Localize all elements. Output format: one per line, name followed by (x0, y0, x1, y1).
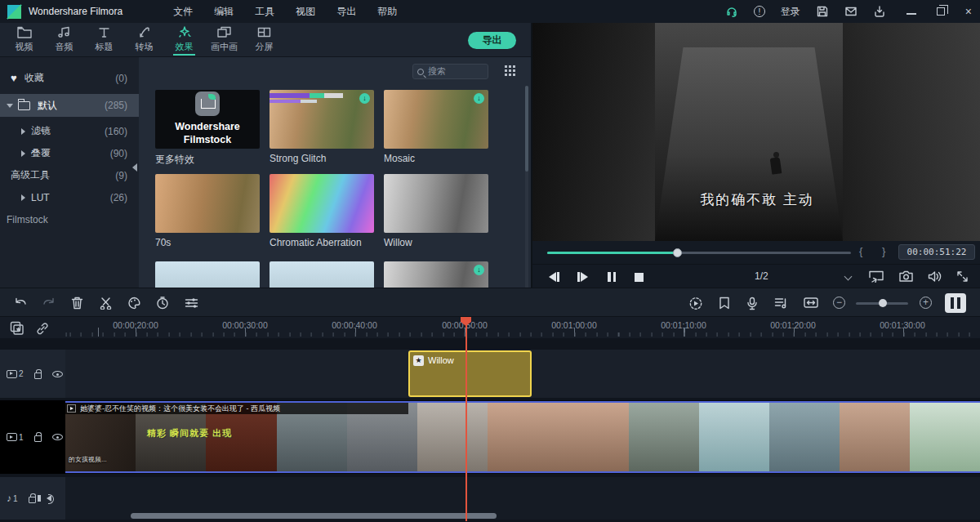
effect-thumb: ↓ (270, 90, 374, 149)
download-icon[interactable] (873, 5, 886, 18)
playhead-line[interactable] (466, 317, 467, 521)
effect-card-filmstock[interactable]: Wondershare Filmstock 更多特效 (155, 90, 260, 167)
manage-tracks-icon[interactable] (10, 321, 24, 335)
pause-button[interactable] (608, 270, 618, 285)
zoom-slider-knob[interactable] (879, 299, 887, 307)
lock-icon[interactable] (29, 497, 36, 503)
menu-bar: 文件 编辑 工具 视图 导出 帮助 (173, 5, 397, 19)
tab-transitions[interactable]: 转场 (125, 24, 163, 56)
effect-card-partial[interactable] (270, 261, 374, 288)
render-preview-icon[interactable] (688, 297, 703, 310)
effect-card-strong-glitch[interactable]: ↓ Strong Glitch (270, 90, 374, 164)
delete-trash-icon[interactable] (71, 297, 83, 310)
lock-icon[interactable] (34, 373, 42, 379)
media-tabbar: 视频 音频 标题 转场 效果 画中画 分屏 (0, 23, 531, 57)
sidebar-item-favorites[interactable]: ♥ 收藏 (0) (0, 67, 139, 89)
search-input[interactable]: 搜索 (412, 64, 488, 79)
play-on-tv-icon[interactable] (869, 270, 884, 283)
menu-file[interactable]: 文件 (173, 5, 193, 19)
menu-view[interactable]: 视图 (296, 5, 315, 19)
redo-icon[interactable] (42, 297, 56, 310)
mark-out-icon[interactable]: } (882, 245, 885, 257)
download-badge-icon: ↓ (474, 265, 484, 275)
mark-in-icon[interactable]: { (859, 245, 862, 257)
folder-icon (18, 101, 30, 110)
effect-card-willow[interactable]: Willow (384, 174, 488, 248)
tab-video[interactable]: 视频 (5, 24, 43, 56)
eye-visibility-icon[interactable] (52, 434, 63, 440)
tab-effects[interactable]: 效果 (165, 24, 203, 56)
volume-icon[interactable] (928, 270, 942, 283)
sidebar-item-filmstock[interactable]: Filmstock (0, 208, 139, 230)
video-track-lane[interactable]: 1 精彩 瞬间就要 出现 她婆婆-忍不住笑的视频：这个很美女装不会出现了 - 西… (0, 400, 980, 474)
color-palette-icon[interactable] (127, 297, 141, 310)
lock-icon[interactable] (34, 435, 42, 442)
pause-render-button[interactable] (945, 293, 966, 313)
timeline-toolbar: − + (0, 288, 980, 317)
search-placeholder: 搜索 (428, 65, 446, 78)
video-clip-title-text: 她婆婆-忍不住笑的视频：这个很美女装不会出现了 - 西瓜视频 (80, 404, 280, 413)
menu-export[interactable]: 导出 (336, 5, 356, 19)
link-clips-icon[interactable] (36, 322, 49, 335)
menu-help[interactable]: 帮助 (377, 5, 397, 19)
tab-audio[interactable]: 音频 (45, 24, 83, 56)
effect-card-mosaic[interactable]: ↓ Mosaic (384, 90, 488, 164)
picture-in-picture-icon (217, 26, 231, 38)
seek-bar[interactable] (547, 252, 851, 254)
adjust-sliders-icon[interactable] (185, 297, 198, 310)
marker-icon[interactable] (719, 297, 730, 310)
sidebar-collapse-arrow[interactable] (132, 163, 137, 172)
export-button[interactable]: 导出 (468, 32, 516, 49)
sidebar-item-default[interactable]: 默认 (285) (0, 94, 139, 117)
willow-effect-clip[interactable]: ★ Willow (408, 350, 532, 397)
login-button[interactable]: 登录 (781, 5, 800, 19)
restore-button[interactable] (937, 7, 945, 16)
preview-video[interactable]: 我的确不敢 主动 (532, 23, 980, 241)
timeline-ruler[interactable]: 00:00:20:00 00:00:30:00 00:00:40:00 00:0… (0, 317, 980, 338)
next-frame-button[interactable] (577, 270, 588, 285)
close-button[interactable]: × (965, 6, 972, 17)
menu-edit[interactable]: 编辑 (214, 5, 234, 19)
tab-splitscreen[interactable]: 分屏 (245, 24, 283, 56)
split-scissors-icon[interactable] (99, 297, 113, 310)
effect-card-partial[interactable]: ↓ (384, 261, 488, 288)
sidebar-item-filters[interactable]: 滤镜 (160) (0, 120, 139, 142)
sidebar-item-overlays[interactable]: 叠覆 (90) (0, 142, 139, 164)
effect-card-70s[interactable]: 70s (155, 174, 260, 248)
fullscreen-icon[interactable] (956, 270, 969, 283)
menu-tools[interactable]: 工具 (255, 5, 274, 19)
effects-scrollbar[interactable] (525, 86, 528, 288)
stop-button[interactable] (635, 270, 644, 285)
snapshot-camera-icon[interactable] (899, 270, 913, 282)
tab-titles[interactable]: 标题 (85, 24, 123, 56)
zoom-out-button[interactable]: − (833, 297, 845, 309)
sidebar-item-advanced-tools[interactable]: 高级工具 (9) (0, 164, 139, 186)
tab-pip[interactable]: 画中画 (205, 24, 243, 56)
minimize-button[interactable] (906, 13, 916, 15)
video-clip-filename: 的女孩视频... (69, 455, 107, 464)
info-icon[interactable]: ! (754, 6, 765, 17)
page-dropdown-chevron-icon[interactable] (844, 273, 853, 281)
page-indicator[interactable]: 1/2 (755, 270, 768, 282)
speed-clock-icon[interactable] (156, 297, 169, 310)
voiceover-mic-icon[interactable] (746, 297, 758, 310)
eye-visibility-icon[interactable] (52, 371, 63, 377)
timeline-zoom-slider[interactable] (856, 302, 908, 305)
audio-mixer-icon[interactable] (774, 297, 788, 310)
effect-card-partial[interactable] (155, 261, 260, 288)
sidebar-item-lut[interactable]: LUT (26) (0, 186, 139, 208)
effect-track-lane[interactable]: 2 ★ Willow (0, 350, 980, 398)
effect-card-chromatic-aberration[interactable]: Chromatic Aberration (270, 174, 374, 248)
zoom-in-button[interactable]: + (920, 297, 932, 309)
save-icon[interactable] (816, 5, 829, 18)
video-clip[interactable]: 精彩 瞬间就要 出现 她婆婆-忍不住笑的视频：这个很美女装不会出现了 - 西瓜视… (65, 401, 980, 473)
timeline-horizontal-scrollbar[interactable] (131, 513, 497, 519)
zoom-to-fit-icon[interactable] (804, 297, 818, 309)
mail-icon[interactable] (844, 5, 858, 18)
seek-bar-knob[interactable] (673, 248, 682, 257)
support-headset-icon[interactable] (725, 5, 738, 18)
grid-view-icon[interactable] (505, 65, 517, 78)
speaker-mute-icon[interactable] (47, 495, 51, 502)
undo-icon[interactable] (14, 297, 28, 310)
previous-frame-button[interactable] (549, 270, 559, 285)
